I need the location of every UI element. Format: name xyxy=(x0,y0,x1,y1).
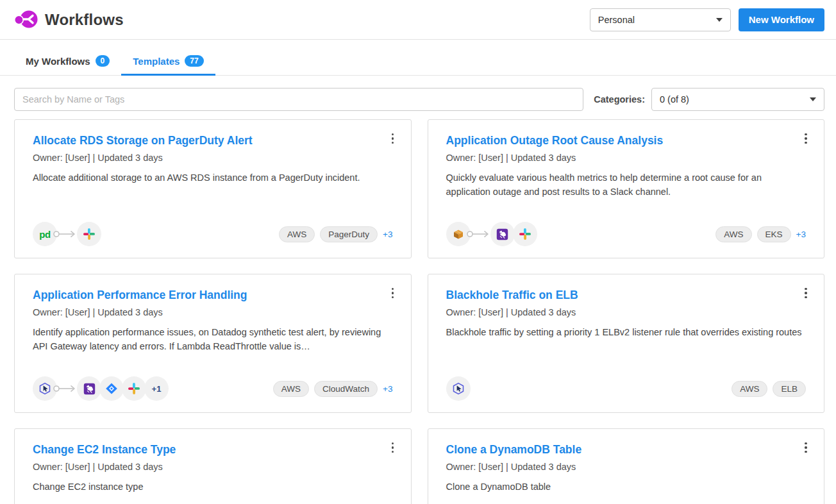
tag-list: AWSPagerDuty+3 xyxy=(274,226,392,242)
kebab-menu-icon[interactable] xyxy=(801,441,811,455)
tag-list: AWSEKS+3 xyxy=(710,226,806,242)
kebab-menu-icon[interactable] xyxy=(388,286,398,300)
jira-icon xyxy=(99,376,124,401)
tag-list: AWSELB xyxy=(726,381,806,397)
arrow-connector-icon xyxy=(53,230,78,239)
card-footer: AWSEKS+3 xyxy=(446,222,807,246)
app-header: Workflows Personal New Workflow xyxy=(0,0,836,40)
tag-list: AWSCloudWatch+3 xyxy=(268,381,393,397)
integration-icon-row: pd xyxy=(33,222,101,246)
tag-pill: PagerDuty xyxy=(320,226,378,242)
workflow-card[interactable]: Allocate RDS Storage on PagerDuty Alert … xyxy=(14,119,412,258)
tag-pill: AWS xyxy=(279,226,315,242)
tab-templates-label: Templates xyxy=(133,56,180,67)
card-footer: AWSELB xyxy=(446,376,807,401)
tag-pill: AWS xyxy=(273,381,309,397)
workflow-description: Quickly evaluate various health metrics … xyxy=(446,171,807,199)
filter-bar: Categories: 0 (of 8) xyxy=(14,88,824,111)
categories-selector[interactable]: 0 (of 8) xyxy=(651,88,824,111)
tab-templates[interactable]: Templates 77 xyxy=(121,50,215,75)
tab-bar: My Workflows 0 Templates 77 xyxy=(0,50,836,76)
slack-icon xyxy=(513,222,537,246)
workflow-title-link[interactable]: Clone a DynamoDB Table xyxy=(446,443,807,457)
workflow-meta: Owner: [User] | Updated 3 days xyxy=(446,307,807,317)
workflow-meta: Owner: [User] | Updated 3 days xyxy=(33,307,393,317)
workspace-selector-value: Personal xyxy=(598,15,635,25)
workflow-description: Change EC2 instance type xyxy=(33,480,393,494)
arrow-connector-icon xyxy=(466,230,492,239)
workflow-card[interactable]: Blackhole Traffic on ELB Owner: [User] |… xyxy=(428,274,825,413)
workflow-title-link[interactable]: Change EC2 Instance Type xyxy=(33,443,393,457)
more-tags-link[interactable]: +3 xyxy=(383,384,392,394)
tab-my-workflows-label: My Workflows xyxy=(26,56,90,67)
app-logo-icon xyxy=(14,8,38,31)
tag-pill: AWS xyxy=(715,226,751,242)
workflow-meta: Owner: [User] | Updated 3 days xyxy=(33,153,393,163)
slack-icon xyxy=(77,222,101,246)
tab-my-workflows-count-badge: 0 xyxy=(96,55,110,67)
workflow-title-link[interactable]: Blackhole Traffic on ELB xyxy=(446,289,807,302)
card-footer: +1 AWSCloudWatch+3 xyxy=(33,376,393,401)
more-tags-link[interactable]: +3 xyxy=(383,230,392,239)
workflow-meta: Owner: [User] | Updated 3 days xyxy=(446,462,807,472)
overflow-icon-count: +1 xyxy=(144,376,169,401)
integration-icon-row xyxy=(446,222,537,246)
manual-icon xyxy=(446,376,471,401)
tab-my-workflows[interactable]: My Workflows 0 xyxy=(14,50,121,75)
page-title: Workflows xyxy=(45,11,124,29)
workflow-meta: Owner: [User] | Updated 3 days xyxy=(446,153,807,163)
slack-icon xyxy=(122,376,146,401)
chevron-down-icon xyxy=(810,97,816,101)
kebab-menu-icon[interactable] xyxy=(388,131,398,146)
workflow-description: Blackhole traffic by setting a priority … xyxy=(446,326,807,340)
tag-pill: ELB xyxy=(773,381,806,397)
kebab-menu-icon[interactable] xyxy=(801,131,811,146)
workflow-description: Allocate additional storage to an AWS RD… xyxy=(33,171,393,185)
chevron-down-icon xyxy=(716,18,723,22)
tag-pill: AWS xyxy=(732,381,767,397)
workflow-title-link[interactable]: Allocate RDS Storage on PagerDuty Alert xyxy=(33,134,393,147)
more-tags-link[interactable]: +3 xyxy=(796,230,806,239)
tag-pill: EKS xyxy=(757,226,791,242)
cards-grid: Allocate RDS Storage on PagerDuty Alert … xyxy=(14,119,824,504)
integration-icon-row xyxy=(446,376,471,401)
tag-pill: CloudWatch xyxy=(314,381,378,397)
workflow-card[interactable]: Application Outage Root Cause Analysis O… xyxy=(428,119,825,258)
categories-selector-value: 0 (of 8) xyxy=(660,94,689,105)
new-workflow-button[interactable]: New Workflow xyxy=(739,8,824,31)
workflow-card[interactable]: Clone a DynamoDB Table Owner: [User] | U… xyxy=(428,428,825,504)
kebab-menu-icon[interactable] xyxy=(388,441,398,455)
categories-label: Categories: xyxy=(594,94,645,105)
integration-icon-row: +1 xyxy=(33,376,169,401)
workspace-selector[interactable]: Personal xyxy=(590,8,731,31)
workflow-card[interactable]: Change EC2 Instance Type Owner: [User] |… xyxy=(14,428,412,504)
workflow-title-link[interactable]: Application Outage Root Cause Analysis xyxy=(446,134,807,147)
datadog-icon xyxy=(490,222,515,246)
workflow-card[interactable]: Application Performance Error Handling O… xyxy=(14,274,412,413)
tab-templates-count-badge: 77 xyxy=(185,55,203,67)
workflow-title-link[interactable]: Application Performance Error Handling xyxy=(33,289,393,302)
datadog-icon xyxy=(77,376,101,401)
search-input[interactable] xyxy=(14,88,583,111)
workflow-meta: Owner: [User] | Updated 3 days xyxy=(33,462,393,472)
kebab-menu-icon[interactable] xyxy=(801,286,811,300)
card-footer: pd AWSPagerDuty+3 xyxy=(33,222,393,246)
workflow-description: Clone a DynamoDB table xyxy=(446,480,807,494)
arrow-connector-icon xyxy=(53,384,78,393)
workflow-description: Identify application performance issues,… xyxy=(33,326,393,354)
